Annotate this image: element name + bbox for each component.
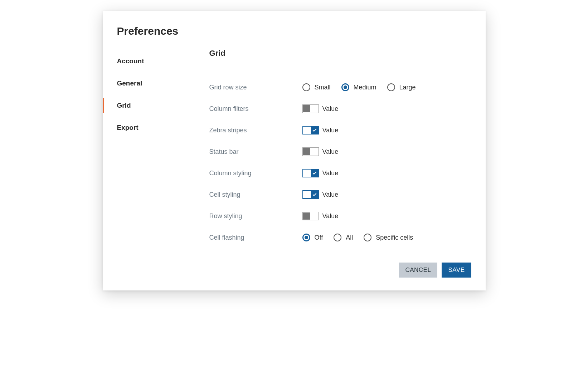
sidebar-item-label: Export — [117, 124, 139, 132]
radio-label: All — [346, 234, 353, 241]
radio-group-cell-flashing: Off All Specific cells — [302, 234, 413, 241]
toggle-knob-icon — [311, 191, 318, 198]
row-grid-row-size: Grid row size Small Medium Large — [209, 77, 471, 98]
check-icon — [312, 128, 317, 133]
radio-group-grid-row-size: Small Medium Large — [302, 83, 416, 91]
radio-off[interactable]: Off — [302, 234, 323, 241]
row-label: Status bar — [209, 148, 302, 156]
check-icon — [312, 192, 317, 197]
sidebar-item-label: Account — [117, 57, 144, 65]
toggle-label: Value — [322, 170, 339, 177]
radio-icon — [334, 234, 341, 241]
radio-label: Specific cells — [376, 234, 413, 241]
toggle-label: Value — [322, 148, 339, 156]
save-button[interactable]: SAVE — [442, 263, 471, 278]
row-label: Grid row size — [209, 84, 302, 91]
toggle-knob-icon — [303, 148, 310, 155]
sidebar-item-label: General — [117, 79, 142, 87]
radio-icon — [341, 83, 349, 91]
sidebar-item-label: Grid — [117, 102, 131, 109]
toggle-zebra-stripes[interactable]: Value — [302, 126, 339, 134]
toggle-knob-icon — [311, 127, 318, 134]
radio-icon — [302, 83, 310, 91]
toggle-knob-icon — [303, 105, 310, 112]
toggle-track — [302, 126, 319, 134]
row-row-styling: Row styling Value — [209, 205, 471, 227]
toggle-track — [302, 169, 319, 177]
row-label: Row styling — [209, 212, 302, 220]
preferences-dialog: Preferences Account General Grid Export … — [103, 11, 486, 290]
toggle-label: Value — [322, 105, 339, 113]
check-icon — [312, 171, 317, 176]
dialog-title: Preferences — [117, 25, 471, 37]
radio-small[interactable]: Small — [302, 83, 331, 91]
radio-label: Off — [315, 234, 323, 241]
toggle-label: Value — [322, 191, 339, 199]
row-cell-flashing: Cell flashing Off All Specific cells — [209, 227, 471, 248]
cancel-button[interactable]: CANCEL — [399, 263, 437, 278]
toggle-knob-icon — [303, 212, 310, 220]
sidebar-item-grid[interactable]: Grid — [117, 94, 209, 117]
toggle-column-filters[interactable]: Value — [302, 104, 339, 113]
radio-icon — [302, 234, 310, 241]
row-label: Zebra stripes — [209, 127, 302, 134]
row-zebra-stripes: Zebra stripes Value — [209, 119, 471, 141]
row-column-filters: Column filters Value — [209, 98, 471, 119]
row-cell-styling: Cell styling Value — [209, 184, 471, 205]
radio-all[interactable]: All — [334, 234, 353, 241]
radio-label: Large — [399, 84, 416, 91]
toggle-status-bar[interactable]: Value — [302, 147, 339, 156]
radio-icon — [364, 234, 371, 241]
row-label: Cell styling — [209, 191, 302, 199]
dialog-footer: CANCEL SAVE — [117, 263, 471, 278]
toggle-track — [302, 190, 319, 199]
row-column-styling: Column styling Value — [209, 162, 471, 184]
radio-icon — [387, 83, 395, 91]
sidebar-item-export[interactable]: Export — [117, 117, 209, 139]
radio-label: Small — [315, 84, 331, 91]
radio-label: Medium — [354, 84, 376, 91]
row-label: Column styling — [209, 170, 302, 177]
row-label: Column filters — [209, 105, 302, 113]
panel-title: Grid — [209, 49, 471, 58]
toggle-track — [302, 104, 319, 113]
toggle-knob-icon — [311, 170, 318, 177]
panel-grid: Grid Grid row size Small Medium Large — [209, 50, 471, 248]
sidebar-item-account[interactable]: Account — [117, 50, 209, 72]
row-label: Cell flashing — [209, 234, 302, 241]
toggle-track — [302, 147, 319, 156]
radio-specific-cells[interactable]: Specific cells — [364, 234, 413, 241]
sidebar-item-general[interactable]: General — [117, 72, 209, 94]
row-status-bar: Status bar Value — [209, 141, 471, 162]
toggle-track — [302, 212, 319, 220]
radio-large[interactable]: Large — [387, 83, 416, 91]
toggle-label: Value — [322, 127, 339, 134]
toggle-column-styling[interactable]: Value — [302, 169, 339, 177]
toggle-cell-styling[interactable]: Value — [302, 190, 339, 199]
sidebar: Account General Grid Export — [117, 50, 209, 248]
radio-medium[interactable]: Medium — [341, 83, 376, 91]
toggle-row-styling[interactable]: Value — [302, 212, 339, 220]
toggle-label: Value — [322, 212, 339, 220]
dialog-content: Account General Grid Export Grid Grid ro… — [117, 50, 471, 248]
